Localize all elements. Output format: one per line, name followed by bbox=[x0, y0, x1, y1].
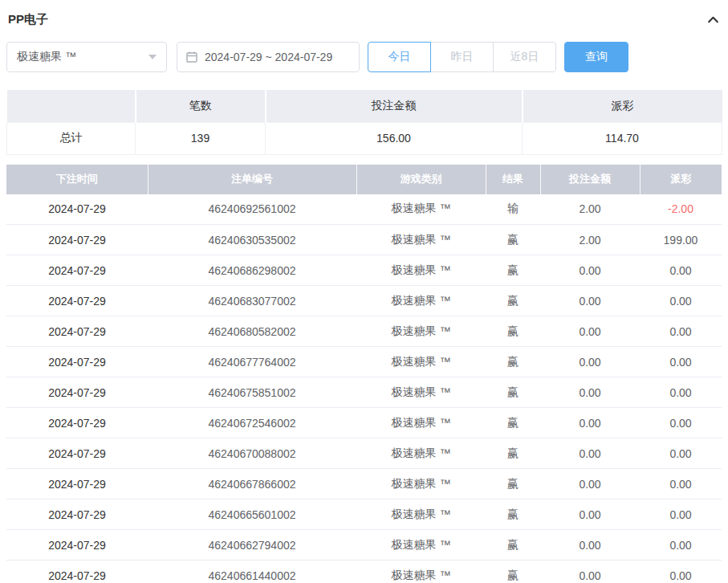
payout-amount: 0.00 bbox=[640, 530, 722, 561]
bet-date: 2024-07-29 bbox=[6, 194, 148, 225]
filter-bar: 极速糖果 ™ 2024-07-29 ~ 2024-07-29 今日 昨日 近8日… bbox=[6, 42, 722, 72]
payout-amount: 0.00 bbox=[640, 316, 722, 347]
game-category: 极速糖果 ™ bbox=[356, 530, 486, 561]
game-category: 极速糖果 ™ bbox=[356, 499, 486, 530]
game-category: 极速糖果 ™ bbox=[356, 194, 486, 225]
table-row: 2024-07-29 46240630535002 极速糖果 ™ 赢 2.00 … bbox=[6, 225, 722, 255]
table-row: 2024-07-29 46240661440002 极速糖果 ™ 赢 0.00 … bbox=[6, 561, 722, 583]
bet-amount: 0.00 bbox=[540, 255, 640, 286]
header-payout: 派彩 bbox=[640, 165, 722, 194]
bet-date: 2024-07-29 bbox=[6, 499, 148, 530]
game-category: 极速糖果 ™ bbox=[356, 347, 486, 377]
bet-amount: 0.00 bbox=[540, 438, 640, 469]
order-id: 46240686298002 bbox=[148, 255, 356, 286]
bet-result: 赢 bbox=[486, 286, 540, 316]
date-range-input[interactable]: 2024-07-29 ~ 2024-07-29 bbox=[177, 42, 360, 72]
order-id: 46240672546002 bbox=[148, 408, 356, 438]
bet-amount: 0.00 bbox=[540, 316, 640, 347]
last-8-days-button[interactable]: 近8日 bbox=[493, 42, 556, 72]
payout-amount: 0.00 bbox=[640, 561, 722, 583]
bet-result: 赢 bbox=[486, 561, 540, 583]
bet-result: 赢 bbox=[486, 255, 540, 286]
bet-date: 2024-07-29 bbox=[6, 408, 148, 438]
table-row: 2024-07-29 46240675851002 极速糖果 ™ 赢 0.00 … bbox=[6, 377, 722, 408]
bet-records-table: 下注时间 注单编号 游戏类别 结果 投注金额 派彩 2024-07-29 462… bbox=[6, 165, 722, 583]
game-category: 极速糖果 ™ bbox=[356, 408, 486, 438]
bet-date: 2024-07-29 bbox=[6, 225, 148, 255]
bet-amount: 0.00 bbox=[540, 286, 640, 316]
collapse-chevron-up-icon[interactable] bbox=[706, 13, 720, 26]
summary-header-count: 笔数 bbox=[136, 90, 266, 122]
payout-amount: 0.00 bbox=[640, 469, 722, 499]
bet-table-header-row: 下注时间 注单编号 游戏类别 结果 投注金额 派彩 bbox=[6, 165, 722, 194]
pp-electronic-panel: PP电子 极速糖果 ™ 2024-07-29 ~ 2024-07-29 今日 昨… bbox=[0, 0, 728, 583]
bet-amount: 0.00 bbox=[540, 377, 640, 408]
panel-header: PP电子 bbox=[6, 6, 722, 32]
bet-date: 2024-07-29 bbox=[6, 347, 148, 377]
order-id: 46240683077002 bbox=[148, 286, 356, 316]
game-category: 极速糖果 ™ bbox=[356, 316, 486, 347]
summary-header-bet-amount: 投注金额 bbox=[266, 90, 523, 122]
table-row: 2024-07-29 46240692561002 极速糖果 ™ 输 2.00 … bbox=[6, 194, 722, 225]
date-range-value: 2024-07-29 ~ 2024-07-29 bbox=[205, 51, 332, 63]
table-row: 2024-07-29 46240667866002 极速糖果 ™ 赢 0.00 … bbox=[6, 469, 722, 499]
payout-amount: 0.00 bbox=[640, 408, 722, 438]
game-category: 极速糖果 ™ bbox=[356, 225, 486, 255]
bet-result: 赢 bbox=[486, 469, 540, 499]
order-id: 46240677764002 bbox=[148, 347, 356, 377]
order-id: 46240670088002 bbox=[148, 438, 356, 469]
bet-date: 2024-07-29 bbox=[6, 438, 148, 469]
order-id: 46240630535002 bbox=[148, 225, 356, 255]
search-button[interactable]: 查询 bbox=[564, 42, 628, 72]
order-id: 46240675851002 bbox=[148, 377, 356, 408]
payout-amount: 0.00 bbox=[640, 438, 722, 469]
header-bet-time: 下注时间 bbox=[6, 165, 148, 194]
bet-result: 输 bbox=[486, 194, 540, 225]
bet-table-body: 2024-07-29 46240692561002 极速糖果 ™ 输 2.00 … bbox=[6, 194, 722, 583]
page-title: PP电子 bbox=[8, 12, 48, 27]
bet-amount: 0.00 bbox=[540, 561, 640, 583]
summary-header-empty bbox=[7, 90, 136, 122]
summary-total-bet: 156.00 bbox=[266, 122, 523, 154]
bet-result: 赢 bbox=[486, 377, 540, 408]
summary-header-payout: 派彩 bbox=[523, 90, 722, 122]
quick-range-button-group: 今日 昨日 近8日 bbox=[368, 42, 556, 72]
table-row: 2024-07-29 46240672546002 极速糖果 ™ 赢 0.00 … bbox=[6, 408, 722, 438]
bet-amount: 2.00 bbox=[540, 225, 640, 255]
table-row: 2024-07-29 46240686298002 极速糖果 ™ 赢 0.00 … bbox=[6, 255, 722, 286]
summary-header-row: 笔数 投注金额 派彩 bbox=[7, 90, 722, 122]
game-select[interactable]: 极速糖果 ™ bbox=[6, 42, 167, 72]
order-id: 46240667866002 bbox=[148, 469, 356, 499]
payout-amount: -2.00 bbox=[640, 194, 722, 225]
table-row: 2024-07-29 46240677764002 极速糖果 ™ 赢 0.00 … bbox=[6, 347, 722, 377]
game-category: 极速糖果 ™ bbox=[356, 286, 486, 316]
header-result: 结果 bbox=[486, 165, 540, 194]
bet-result: 赢 bbox=[486, 530, 540, 561]
bet-date: 2024-07-29 bbox=[6, 316, 148, 347]
bet-result: 赢 bbox=[486, 438, 540, 469]
bet-amount: 0.00 bbox=[540, 499, 640, 530]
bet-result: 赢 bbox=[486, 408, 540, 438]
game-category: 极速糖果 ™ bbox=[356, 561, 486, 583]
payout-amount: 0.00 bbox=[640, 255, 722, 286]
bet-amount: 0.00 bbox=[540, 347, 640, 377]
bet-result: 赢 bbox=[486, 316, 540, 347]
bet-date: 2024-07-29 bbox=[6, 530, 148, 561]
bet-result: 赢 bbox=[486, 347, 540, 377]
game-category: 极速糖果 ™ bbox=[356, 255, 486, 286]
game-category: 极速糖果 ™ bbox=[356, 469, 486, 499]
bet-date: 2024-07-29 bbox=[6, 255, 148, 286]
bet-date: 2024-07-29 bbox=[6, 561, 148, 583]
summary-table: 笔数 投注金额 派彩 总计 139 156.00 114.70 bbox=[6, 90, 722, 155]
table-row: 2024-07-29 46240680582002 极速糖果 ™ 赢 0.00 … bbox=[6, 316, 722, 347]
summary-total-payout: 114.70 bbox=[523, 122, 722, 154]
order-id: 46240680582002 bbox=[148, 316, 356, 347]
order-id: 46240661440002 bbox=[148, 561, 356, 583]
yesterday-button[interactable]: 昨日 bbox=[430, 42, 494, 72]
order-id: 46240662794002 bbox=[148, 530, 356, 561]
today-button[interactable]: 今日 bbox=[368, 42, 431, 72]
payout-amount: 0.00 bbox=[640, 347, 722, 377]
header-game-category: 游戏类别 bbox=[356, 165, 486, 194]
summary-total-row: 总计 139 156.00 114.70 bbox=[7, 122, 722, 154]
bet-result: 赢 bbox=[486, 225, 540, 255]
